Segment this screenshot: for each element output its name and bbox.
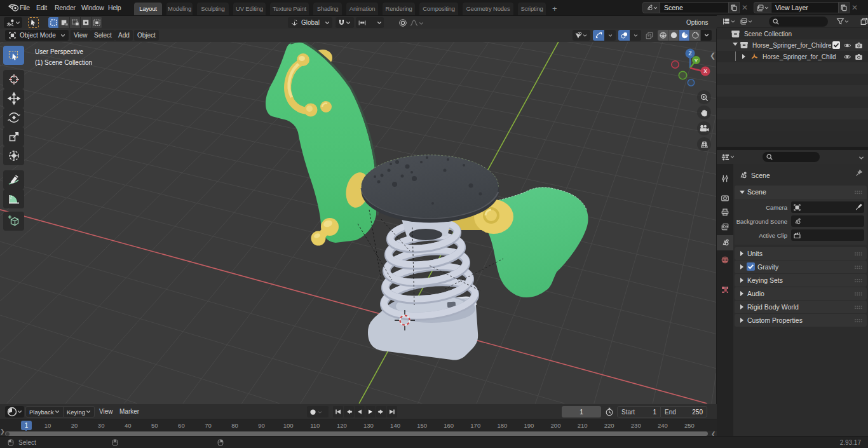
- svg-text:Z: Z: [688, 50, 691, 57]
- svg-text:Y: Y: [695, 58, 698, 64]
- svg-text:X: X: [703, 68, 707, 74]
